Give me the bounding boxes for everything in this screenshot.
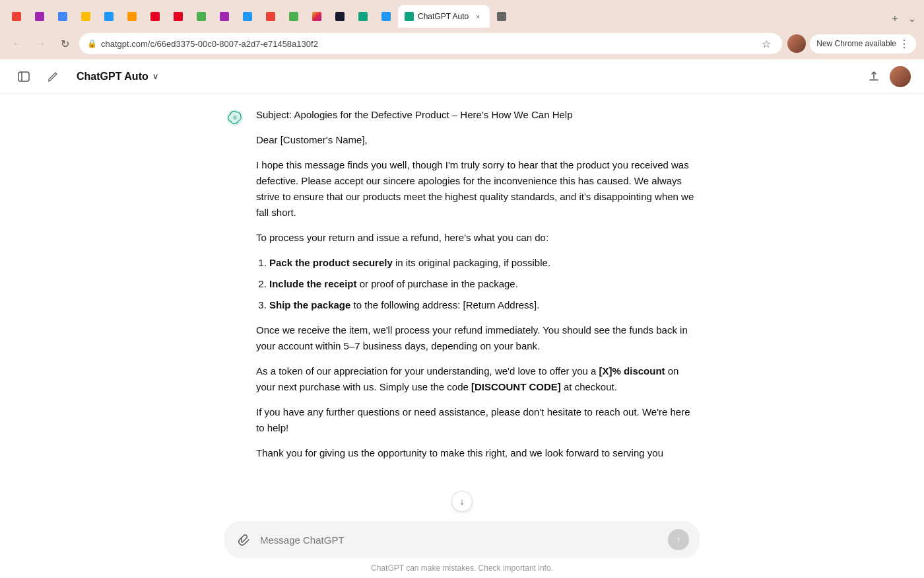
tab-favicon-ext2 xyxy=(127,12,137,21)
email-para4-prefix: As a token of our appreciation for your … xyxy=(256,365,599,377)
tab-favicon-gmail xyxy=(12,12,21,21)
active-tab[interactable]: ChatGPT Auto × xyxy=(398,5,490,28)
upload-icon xyxy=(868,71,880,83)
tab-favicon-ext4 xyxy=(220,12,229,21)
tab-favicon-ext1 xyxy=(35,12,44,21)
refresh-button[interactable]: ↻ xyxy=(55,34,74,53)
tab-favicon-c xyxy=(243,12,252,21)
email-para4: As a token of our appreciation for your … xyxy=(256,363,700,395)
tab-docs2[interactable] xyxy=(98,5,120,28)
email-list: Pack the product securely in its origina… xyxy=(256,255,700,313)
tab-favicon-docs2 xyxy=(104,12,114,21)
input-area: ↑ ChatGPT can make mistakes. Check impor… xyxy=(0,513,924,578)
model-selector-button[interactable]: ChatGPT Auto ∨ xyxy=(71,68,164,85)
chrome-update-label: New Chrome available xyxy=(816,39,896,48)
email-subject: Subject: Apologies for the Defective Pro… xyxy=(256,107,700,123)
app-toolbar: ChatGPT Auto ∨ xyxy=(0,59,924,94)
tab-favicon-active xyxy=(405,12,414,21)
list-item-1-bold: Pack the product securely xyxy=(269,257,393,268)
tab-ext4[interactable] xyxy=(213,5,236,28)
message-input[interactable] xyxy=(260,534,661,546)
email-greeting: Dear [Customer's Name], xyxy=(256,132,700,148)
list-item-1: Pack the product securely in its origina… xyxy=(269,255,700,271)
active-tab-label: ChatGPT Auto xyxy=(418,12,469,21)
list-item-2: Include the receipt or proof of purchase… xyxy=(269,276,700,292)
profile-avatar[interactable] xyxy=(787,34,806,53)
new-chat-button[interactable] xyxy=(42,66,63,87)
tab-favicon-docs xyxy=(58,12,67,21)
chat-area: Subject: Apologies for the Defective Pro… xyxy=(211,94,713,552)
tab-ext3[interactable] xyxy=(190,5,213,28)
tab-gmail[interactable] xyxy=(5,5,28,28)
tab-favicon-pinterest xyxy=(150,12,160,21)
url-display: chatgpt.com/c/66ed3375-00c0-8007-a2d7-e7… xyxy=(101,39,754,49)
back-icon: ← xyxy=(12,38,22,50)
tab-favicon-chatgpt-logo xyxy=(358,12,368,21)
email-para4-end: at checkout. xyxy=(561,381,617,392)
email-para6: Thank you for giving us the opportunity … xyxy=(256,445,700,461)
chatgpt-logo-icon xyxy=(226,108,244,127)
list-item-2-rest: or proof of purchase in the package. xyxy=(357,278,518,289)
message-row: Subject: Apologies for the Defective Pro… xyxy=(224,107,700,470)
address-bar[interactable]: 🔒 chatgpt.com/c/66ed3375-00c0-8007-a2d7-… xyxy=(79,33,782,54)
email-para4-bold: [X]% discount xyxy=(599,365,665,377)
tab-favicon-drive xyxy=(81,12,90,21)
tab-drive[interactable] xyxy=(75,5,97,28)
tab-favicon-ext5 xyxy=(289,12,298,21)
chrome-update-button[interactable]: New Chrome available ⋮ xyxy=(810,34,916,54)
send-icon: ↑ xyxy=(676,534,681,545)
tab-bar: ChatGPT Auto × + ⌄ xyxy=(0,0,924,28)
email-para2: To process your return and issue a refun… xyxy=(256,230,700,246)
chevron-down-icon: ∨ xyxy=(152,72,158,81)
tab-p2[interactable] xyxy=(167,5,189,28)
scroll-to-bottom-button[interactable]: ↓ xyxy=(451,491,473,512)
list-item-3: Ship the package to the following addres… xyxy=(269,297,700,313)
svg-point-2 xyxy=(233,116,237,120)
tab-favicon-refresh xyxy=(497,12,506,21)
lock-icon: 🔒 xyxy=(87,39,97,48)
forward-icon: → xyxy=(36,38,46,50)
toolbar-right xyxy=(863,66,911,87)
sidebar-icon xyxy=(18,71,30,83)
refresh-icon: ↻ xyxy=(61,38,69,50)
tab-favicon-gmail2 xyxy=(266,12,275,21)
sidebar-toggle-button[interactable] xyxy=(13,66,34,87)
tab-docs3[interactable] xyxy=(375,5,397,28)
tab-favicon-ext3 xyxy=(197,12,206,21)
forward-button[interactable]: → xyxy=(32,34,50,53)
share-button[interactable] xyxy=(863,66,884,87)
tab-ext5[interactable] xyxy=(282,5,305,28)
new-tab-button[interactable]: + xyxy=(886,9,904,28)
tab-favicon-docs3 xyxy=(381,12,391,21)
tab-docs[interactable] xyxy=(51,5,74,28)
tab-ext1[interactable] xyxy=(28,5,51,28)
scroll-down-icon: ↓ xyxy=(460,496,465,507)
list-item-3-bold: Ship the package xyxy=(269,299,350,310)
edit-icon xyxy=(47,71,59,83)
list-item-1-rest: in its original packaging, if possible. xyxy=(393,257,550,268)
list-item-3-rest: to the following address: [Return Addres… xyxy=(350,299,539,310)
back-button[interactable]: ← xyxy=(8,34,26,53)
email-para5: If you have any further questions or nee… xyxy=(256,404,700,436)
tab-c[interactable] xyxy=(236,5,259,28)
tab-insta[interactable] xyxy=(306,5,328,28)
tab-refresh-icon[interactable] xyxy=(490,5,513,28)
svg-rect-0 xyxy=(18,72,29,81)
list-item-2-bold: Include the receipt xyxy=(269,278,357,289)
attach-button[interactable] xyxy=(235,530,253,549)
email-para1: I hope this message finds you well, thou… xyxy=(256,157,700,221)
user-avatar[interactable] xyxy=(890,66,911,87)
tab-ext6[interactable] xyxy=(329,5,351,28)
model-label: ChatGPT Auto xyxy=(77,71,148,83)
tab-gmail2[interactable] xyxy=(259,5,282,28)
input-container: ↑ ChatGPT can make mistakes. Check impor… xyxy=(211,521,713,573)
send-button[interactable]: ↑ xyxy=(668,529,689,550)
tab-ext2[interactable] xyxy=(121,5,143,28)
bookmark-button[interactable]: ☆ xyxy=(758,36,774,52)
tab-pinterest[interactable] xyxy=(144,5,166,28)
tab-chatgpt-logo[interactable] xyxy=(352,5,374,28)
chatgpt-icon xyxy=(224,107,246,128)
message-content: Subject: Apologies for the Defective Pro… xyxy=(256,107,700,470)
tab-close-button[interactable]: × xyxy=(473,11,483,22)
tab-menu-button[interactable]: ⌄ xyxy=(906,9,919,28)
